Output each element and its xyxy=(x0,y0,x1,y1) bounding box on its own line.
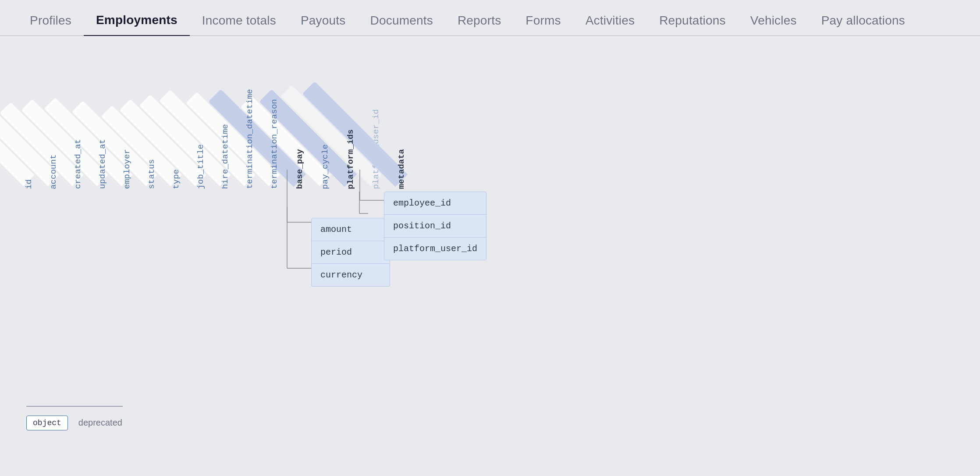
nav-income-totals[interactable]: Income totals xyxy=(190,0,288,36)
legend-deprecated-label: deprecated xyxy=(78,418,122,428)
nav-forms[interactable]: Forms xyxy=(513,0,573,36)
nav-profiles[interactable]: Profiles xyxy=(18,0,84,36)
legend: object deprecated xyxy=(26,406,123,430)
platform-ids-employee-id: employee_id xyxy=(384,192,486,215)
base-pay-currency: currency xyxy=(312,264,390,286)
nav-bar: Profiles Employments Income totals Payou… xyxy=(0,0,980,36)
nav-reputations[interactable]: Reputations xyxy=(647,0,738,36)
nav-activities[interactable]: Activities xyxy=(573,0,647,36)
platform-ids-platform-user-id: platform_user_id xyxy=(384,238,486,260)
nav-payouts[interactable]: Payouts xyxy=(288,0,358,36)
nav-vehicles[interactable]: Vehicles xyxy=(738,0,809,36)
legend-object-badge: object xyxy=(26,416,68,430)
platform-ids-position-id: position_id xyxy=(384,215,486,238)
base-pay-period: period xyxy=(312,241,390,264)
legend-divider xyxy=(26,406,123,407)
nav-reports[interactable]: Reports xyxy=(445,0,513,36)
col-metadata[interactable]: metadata xyxy=(389,49,414,189)
nav-documents[interactable]: Documents xyxy=(358,0,445,36)
nav-employments[interactable]: Employments xyxy=(84,0,190,36)
base-pay-subfields: amount period currency xyxy=(311,218,390,287)
nav-pay-allocations[interactable]: Pay allocations xyxy=(809,0,917,36)
base-pay-amount: amount xyxy=(312,218,390,241)
main-content: id account created_at updated_at employe… xyxy=(0,36,980,452)
platform-ids-subfields: employee_id position_id platform_user_id xyxy=(384,192,486,260)
